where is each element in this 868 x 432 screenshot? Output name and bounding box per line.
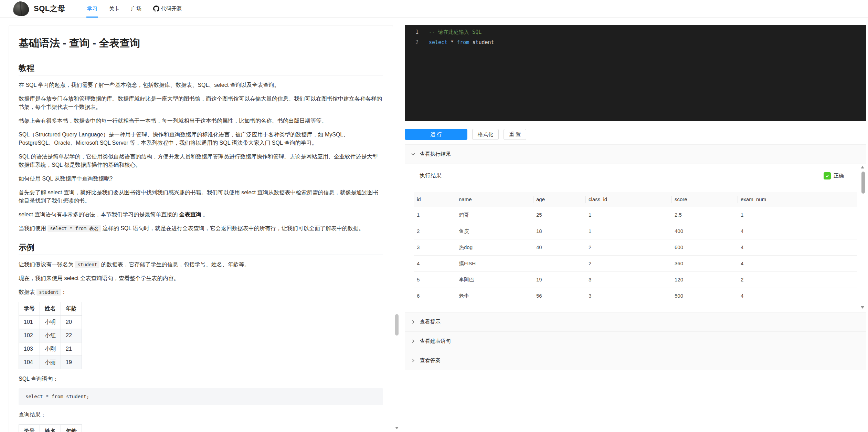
nav-item-label: 广场: [131, 6, 141, 12]
bold-text: 全表查询: [179, 212, 201, 217]
page-title: 基础语法 - 查询 - 全表查询: [19, 37, 383, 53]
sql-code-editor[interactable]: 1-- 请在此处输入 SQL2select * from student: [405, 25, 866, 121]
result-column-header: score: [672, 192, 738, 207]
left-scrollbar-thumb[interactable]: [395, 314, 399, 336]
practice-pane: 1-- 请在此处输入 SQL2select * from student 运 行…: [402, 18, 868, 432]
result-table-cell: 4: [414, 256, 456, 272]
editor-line: 1-- 请在此处输入 SQL: [405, 27, 866, 37]
code-block: select * from student;: [19, 388, 383, 405]
brand[interactable]: SQL之母: [13, 1, 65, 16]
result-table-cell: 360: [672, 256, 738, 272]
result-table-cell: 600: [672, 239, 738, 256]
paragraph: 查询结果：: [19, 411, 383, 419]
editor-line-code: select * from student: [427, 37, 494, 48]
paragraph: select 查询语句有非常多的语法，本节我们学习的是最简单直接的 全表查询 。: [19, 210, 383, 219]
result-table-cell: 18: [533, 223, 586, 239]
token-plain: *: [447, 39, 457, 45]
result-table-cell: 鸡哥: [456, 207, 533, 223]
panel-title: 查看提示: [420, 319, 441, 325]
nav-item-plaza[interactable]: 广场: [125, 0, 147, 18]
paragraph: 如何使用 SQL 从数据库中查询数据呢?: [19, 175, 383, 183]
result-table-cell: 1: [738, 207, 857, 223]
result-table-cell: 2: [586, 239, 672, 256]
tutorial-card: 基础语法 - 查询 - 全表查询教程在 SQL 学习的起点，我们需要了解一些基本…: [9, 25, 393, 432]
paragraph: 当我们使用 select * from 表名 这样的 SQL 语句时，就是在进行…: [19, 224, 383, 233]
status-badge: 正确: [824, 172, 844, 179]
token-comment: -- 请在此处输入 SQL: [429, 29, 481, 35]
left-scrollbar-down-arrow-icon[interactable]: [395, 427, 399, 429]
result-table-header-row: idnameageclass_idscoreexam_num: [414, 192, 857, 207]
brand-title: SQL之母: [34, 3, 65, 14]
panel-header-execution-result[interactable]: 查看执行结果: [405, 144, 866, 164]
inline-code: student: [36, 289, 61, 296]
paragraph: 首先要了解 select 查询，就好比是我们要从图书馆中找到我们感兴趣的书籍。我…: [19, 188, 383, 205]
token-keyword: select: [429, 39, 447, 45]
check-icon: [824, 172, 831, 179]
section-heading: 教程: [19, 63, 383, 75]
result-table-cell: 2: [738, 272, 857, 288]
nav-item-label: 关卡: [109, 6, 119, 12]
panel-header-查看答案[interactable]: 查看答案: [405, 351, 866, 370]
paragraph: 在 SQL 学习的起点，我们需要了解一些基本概念，包括数据库、数据表、SQL、s…: [19, 81, 383, 89]
execution-result-title: 执行结果: [420, 172, 442, 179]
result-table-cell: 1: [586, 223, 672, 239]
result-column-header: name: [456, 192, 533, 207]
panel-header-查看建表语句[interactable]: 查看建表语句: [405, 331, 866, 351]
main-nav: 学习关卡广场代码开源: [81, 0, 188, 18]
table-cell: 小刚: [40, 342, 61, 356]
result-table-cell: 2: [414, 223, 456, 239]
paragraph: 让我们假设有一张名为 student 的数据表，它存储了学生的信息，包括学号、姓…: [19, 260, 383, 269]
result-table-cell: 56: [533, 288, 586, 304]
reset-button[interactable]: 重 置: [504, 129, 526, 140]
result-collapse: 查看执行结果 执行结果 正确 idnameageclass_idscoreexa…: [405, 144, 866, 370]
result-scrollbar-up-arrow-icon[interactable]: [861, 166, 864, 168]
result-table-cell: 25: [533, 207, 586, 223]
result-table-cell: 3: [586, 288, 672, 304]
panel-header-查看提示[interactable]: 查看提示: [405, 312, 866, 331]
table-row: 104小丽19: [19, 356, 82, 369]
result-table-cell: 1: [586, 207, 672, 223]
paragraph: 现在，我们来使用 select 全表查询语句，查看整个学生表的内容。: [19, 274, 383, 282]
table-cell: 22: [61, 329, 82, 342]
student-table: 学号姓名年龄101小明20102小红22103小刚21104小丽19: [19, 302, 82, 369]
result-table: idnameageclass_idscoreexam_num 1鸡哥2512.5…: [414, 192, 857, 304]
line-number: 2: [405, 37, 427, 48]
table-cell: 21: [61, 342, 82, 356]
paragraph: 数据表 student：: [19, 288, 383, 296]
editor-line: 2select * from student: [405, 37, 866, 48]
table-row: 102小红22: [19, 329, 82, 342]
table-header-row: 学号姓名年龄: [19, 425, 82, 432]
format-button[interactable]: 格式化: [472, 129, 499, 140]
run-button[interactable]: 运 行: [405, 129, 467, 140]
nav-item-label: 代码开源: [161, 6, 182, 12]
result-table-cell: 2.5: [672, 207, 738, 223]
panel-title: 查看答案: [420, 357, 441, 364]
table-cell: 小明: [40, 316, 61, 329]
nav-item-study[interactable]: 学习: [81, 0, 103, 18]
result-table-cell: 120: [672, 272, 738, 288]
result-table-row: 2鱼皮1814004: [414, 223, 857, 239]
result-column-header: age: [533, 192, 586, 207]
table-row: 103小刚21: [19, 342, 82, 356]
result-scrollbar-thumb[interactable]: [861, 172, 865, 194]
table-cell: 104: [19, 356, 40, 369]
result-table-cell: 500: [672, 288, 738, 304]
line-number: 1: [405, 27, 427, 37]
result-column-header: id: [414, 192, 456, 207]
result-table-cell: 热dog: [456, 239, 533, 256]
result-table-cell: 鱼皮: [456, 223, 533, 239]
nav-item-opensource[interactable]: 代码开源: [147, 0, 188, 18]
paragraph: SQL（Structured Query Language）是一种用于管理、操作…: [19, 131, 383, 147]
result-table-row: 6老李5635004: [414, 288, 857, 304]
nav-item-levels[interactable]: 关卡: [103, 0, 125, 18]
table-cell: 小丽: [40, 356, 61, 369]
result-scrollbar-down-arrow-icon[interactable]: [861, 306, 864, 309]
chevron-down-icon: [411, 152, 415, 156]
table-cell: 102: [19, 329, 40, 342]
result-table-cell: 1: [414, 207, 456, 223]
inline-code: student: [75, 261, 99, 268]
paragraph: 数据库是存放专门存放和管理数据的库。数据库就好比是一座大型的图书馆，而这个图书馆…: [19, 95, 383, 111]
result-table-cell: 4: [738, 223, 857, 239]
section-heading: 示例: [19, 242, 383, 255]
table-header-cell: 学号: [19, 302, 40, 316]
